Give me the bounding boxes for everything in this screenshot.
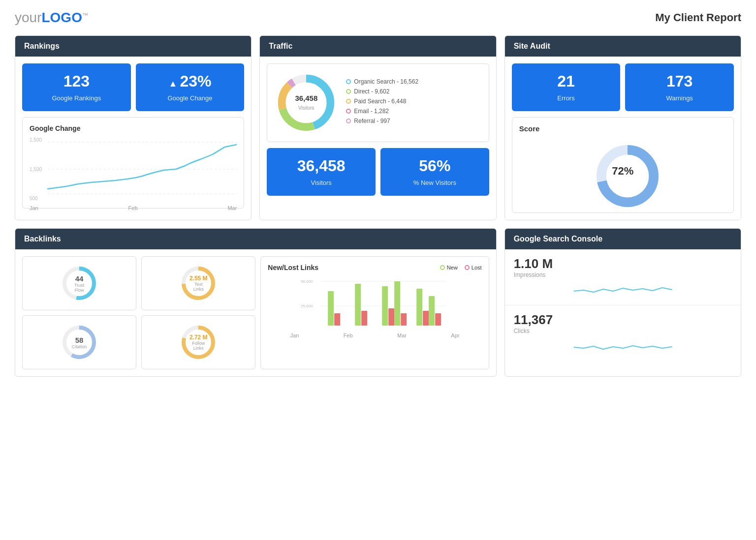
svg-rect-23 [334, 313, 340, 326]
clicks-stat: 11,367 Clicks [505, 305, 741, 361]
traffic-body: 36,458 Visitors Organic Search - 16,562 … [260, 57, 496, 203]
google-change-value: 23% [143, 72, 238, 90]
impressions-value: 1.10 M [514, 256, 732, 271]
legend-dot-new [440, 265, 445, 270]
site-audit-header: Site Audit [505, 36, 741, 57]
score-label: Score [519, 124, 726, 133]
legend-dot-referral [346, 119, 351, 123]
page-header: yourLOGO™ My Client Report [15, 10, 741, 26]
traffic-header: Traffic [260, 36, 496, 57]
warnings-box: 173 Warnings [625, 63, 734, 111]
traffic-legend: Organic Search - 16,562 Direct - 9,602 P… [346, 78, 418, 127]
citation-center: 58 Citation [72, 336, 87, 349]
legend-item: Direct - 9,602 [346, 88, 418, 95]
impressions-wave [514, 281, 732, 298]
donut-section: 36,458 Visitors Organic Search - 16,562 … [274, 71, 481, 135]
follow-links-label: Follow Links [189, 341, 208, 351]
legend-dot-organic [346, 79, 351, 84]
visitors-label: Visitors [311, 179, 331, 186]
score-value: 72% [612, 165, 633, 178]
trust-flow-value: 44 [69, 274, 89, 283]
errors-value: 21 [519, 72, 614, 90]
logo-bold: LOGO [41, 10, 82, 25]
google-rankings-value: 123 [29, 72, 124, 90]
rankings-body: 123 Google Rankings 23% Google Change Go… [15, 57, 251, 215]
svg-rect-22 [328, 291, 334, 326]
site-audit-body: 21 Errors 173 Warnings Score [505, 57, 741, 220]
bar-x-labels: Jan Feb Mar Apr [268, 332, 481, 338]
new-lost-links-card: New/Lost Links New Lost [260, 256, 489, 369]
google-rankings-box: 123 Google Rankings [22, 63, 131, 111]
svg-rect-25 [361, 311, 367, 326]
chart-title: Google Change [30, 124, 237, 132]
bar-chart-svg: 50,000 25,000 [268, 276, 481, 330]
report-title: My Client Report [655, 11, 741, 24]
line-chart-svg [30, 137, 237, 201]
logo: yourLOGO™ [15, 10, 88, 26]
text-links-donut: 2.55 M Text Links [179, 264, 218, 303]
trust-flow-donut: 44 Trust Flow [60, 264, 99, 303]
text-links-card: 2.55 M Text Links [141, 256, 255, 310]
clicks-wave [514, 337, 732, 354]
line-chart: 1,500 1,500 500 Jan Feb [30, 137, 237, 201]
score-card: Score 72% [512, 117, 734, 213]
score-donut: 72% [593, 142, 652, 201]
follow-links-card: 2.72 M Follow Links [141, 315, 255, 369]
svg-rect-33 [435, 313, 441, 326]
follow-links-center: 2.72 M Follow Links [189, 334, 208, 351]
google-change-label: Google Change [167, 94, 212, 102]
new-visitors-value: 56% [387, 157, 482, 175]
svg-rect-28 [394, 281, 400, 326]
rankings-section: Rankings 123 Google Rankings 23% Google … [15, 35, 252, 220]
donut-value: 36,458 [295, 94, 317, 102]
impressions-stat: 1.10 M Impressions [505, 249, 741, 305]
impressions-label: Impressions [514, 271, 732, 278]
traffic-stats: 36,458 Visitors 56% % New Visitors [267, 148, 489, 196]
backlinks-body: 44 Trust Flow 58 Citation [15, 249, 496, 376]
legend-item: Paid Search - 6,448 [346, 98, 418, 105]
svg-rect-24 [355, 284, 361, 326]
rankings-stat-row: 123 Google Rankings 23% Google Change [22, 63, 244, 111]
chart-y-labels: 1,500 1,500 500 [30, 137, 42, 201]
backlinks-mini-col-1: 44 Trust Flow 58 Citation [22, 256, 136, 369]
new-visitors-label: % New Visitors [413, 179, 456, 186]
citation-label: Citation [72, 344, 87, 349]
bar-chart-header: New/Lost Links New Lost [268, 264, 481, 271]
chart-x-labels: Jan Feb Mar [30, 205, 237, 211]
google-rankings-label: Google Rankings [52, 94, 101, 102]
logo-tm: ™ [82, 12, 88, 19]
svg-text:50,000: 50,000 [301, 279, 313, 284]
svg-rect-31 [423, 311, 429, 326]
bar-chart-title: New/Lost Links [268, 264, 318, 271]
backlinks-mini-col-2: 2.55 M Text Links 2.72 M Fo [141, 256, 255, 369]
visitors-value: 36,458 [274, 157, 369, 175]
gsc-section: Google Search Console 1.10 M Impressions… [504, 228, 741, 377]
new-visitors-box: 56% % New Visitors [380, 148, 489, 196]
visitors-box: 36,458 Visitors [267, 148, 376, 196]
legend-dot-email [346, 109, 351, 114]
trust-flow-card: 44 Trust Flow [22, 256, 136, 310]
logo-text: your [15, 10, 41, 25]
text-links-center: 2.55 M Text Links [189, 275, 208, 292]
rankings-header: Rankings [15, 36, 251, 57]
traffic-section: Traffic [259, 35, 496, 220]
errors-label: Errors [557, 94, 574, 102]
backlinks-header: Backlinks [15, 229, 496, 249]
audit-stat-row: 21 Errors 173 Warnings [512, 63, 734, 111]
bar-chart-area: 50,000 25,000 [268, 276, 481, 330]
errors-box: 21 Errors [512, 63, 621, 111]
citation-donut: 58 Citation [60, 323, 99, 362]
legend-dot-paid [346, 99, 351, 104]
trust-flow-label: Trust Flow [69, 283, 89, 293]
legend-dot-direct [346, 89, 351, 94]
gsc-body: 1.10 M Impressions 11,367 Clicks [505, 249, 741, 361]
legend-new: New [440, 265, 458, 270]
legend-dot-lost [465, 265, 470, 270]
google-change-chart-card: Google Change 1,500 1,500 500 [22, 117, 244, 209]
clicks-value: 11,367 [514, 312, 732, 328]
site-audit-section: Site Audit 21 Errors 173 Warnings Score [504, 35, 741, 220]
legend-lost: Lost [465, 265, 482, 270]
main-grid: Rankings 123 Google Rankings 23% Google … [15, 35, 741, 377]
google-change-box: 23% Google Change [136, 63, 245, 111]
svg-rect-27 [388, 308, 394, 326]
